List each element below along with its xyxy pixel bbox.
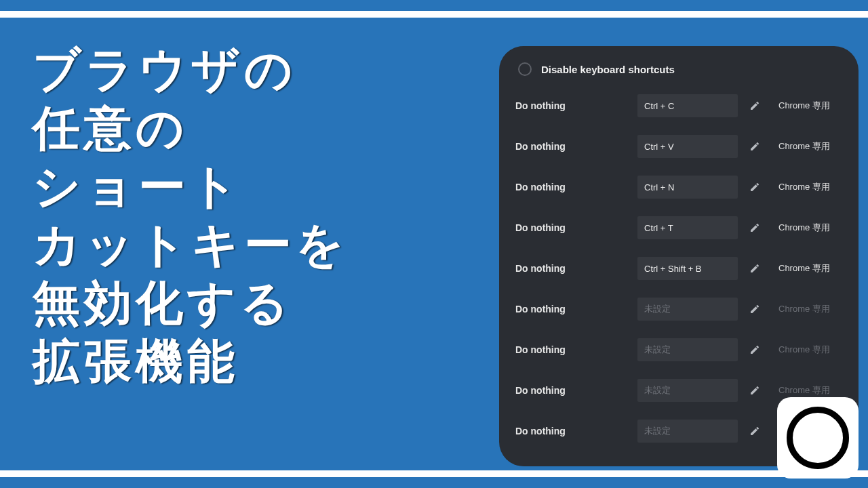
scope-label: Chrome 専用	[778, 100, 830, 112]
action-label: Do nothing	[515, 304, 631, 314]
shortcut-row: Do nothing未設定Chrome 専用	[515, 289, 842, 329]
scope-label: Chrome 専用	[778, 140, 830, 152]
pencil-icon[interactable]	[745, 258, 765, 279]
shortcut-input[interactable]: 未設定	[637, 379, 738, 402]
pencil-icon[interactable]	[745, 136, 765, 157]
scope-select: Chrome 専用	[772, 298, 859, 321]
action-label: Do nothing	[515, 182, 631, 192]
back-icon[interactable]	[518, 62, 532, 76]
pencil-icon[interactable]	[745, 218, 765, 238]
action-label: Do nothing	[515, 222, 631, 233]
scope-label: Chrome 専用	[778, 344, 830, 356]
action-label: Do nothing	[515, 426, 631, 436]
pencil-icon[interactable]	[745, 299, 765, 319]
headline-text: ブラウザの 任意の ショート カットキーを 無効化する 拡張機能	[33, 41, 507, 391]
action-label: Do nothing	[515, 385, 631, 396]
shortcut-input[interactable]: Ctrl + T	[637, 216, 738, 239]
shortcut-row: Do nothingCtrl + NChrome 専用	[515, 167, 842, 207]
pencil-icon[interactable]	[745, 340, 765, 360]
scope-label: Chrome 専用	[778, 303, 830, 315]
pencil-icon[interactable]	[745, 177, 765, 197]
pencil-icon[interactable]	[745, 421, 765, 441]
panel-header: Disable keyboard shortcuts	[515, 58, 842, 85]
action-label: Do nothing	[515, 344, 631, 355]
shortcut-input[interactable]: Ctrl + V	[637, 135, 738, 158]
scope-label: Chrome 専用	[778, 222, 830, 234]
shortcut-row: Do nothingCtrl + VChrome 専用	[515, 126, 842, 167]
decor-bar-top	[0, 11, 868, 18]
panel-title: Disable keyboard shortcuts	[541, 64, 675, 75]
scope-label: Chrome 専用	[778, 181, 830, 193]
shortcut-input[interactable]: 未設定	[637, 298, 738, 321]
shortcut-row: Do nothingCtrl + Shift + BChrome 専用	[515, 248, 842, 289]
pencil-icon[interactable]	[745, 380, 765, 401]
action-label: Do nothing	[515, 141, 631, 152]
shortcut-input[interactable]: 未設定	[637, 338, 738, 361]
decor-bar-bottom	[0, 470, 868, 477]
shortcut-input[interactable]: Ctrl + Shift + B	[637, 257, 738, 280]
pencil-icon[interactable]	[745, 96, 765, 116]
scope-select[interactable]: Chrome 専用	[772, 176, 859, 199]
scope-select[interactable]: Chrome 専用	[772, 135, 859, 158]
shortcut-input[interactable]: Ctrl + N	[637, 176, 738, 199]
scope-select[interactable]: Chrome 専用	[772, 257, 859, 280]
shortcut-row: Do nothingCtrl + CChrome 専用	[515, 85, 842, 126]
shortcut-row: Do nothing未設定Chrome 専用	[515, 329, 842, 370]
scope-select: Chrome 専用	[772, 338, 859, 361]
action-label: Do nothing	[515, 100, 631, 111]
circle-icon	[787, 407, 849, 469]
extension-logo	[777, 397, 859, 479]
shortcut-input[interactable]: Ctrl + C	[637, 94, 738, 117]
action-label: Do nothing	[515, 263, 631, 274]
scope-label: Chrome 専用	[778, 384, 830, 396]
scope-select[interactable]: Chrome 専用	[772, 94, 859, 117]
shortcut-row: Do nothingCtrl + TChrome 専用	[515, 207, 842, 248]
scope-label: Chrome 専用	[778, 262, 830, 274]
scope-select[interactable]: Chrome 専用	[772, 216, 859, 239]
shortcut-input[interactable]: 未設定	[637, 420, 738, 443]
